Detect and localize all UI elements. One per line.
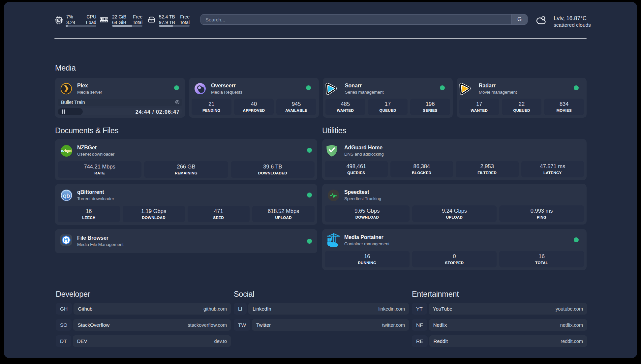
svg-text:qb: qb [63, 192, 70, 199]
svg-text:nzbget: nzbget [61, 149, 72, 153]
